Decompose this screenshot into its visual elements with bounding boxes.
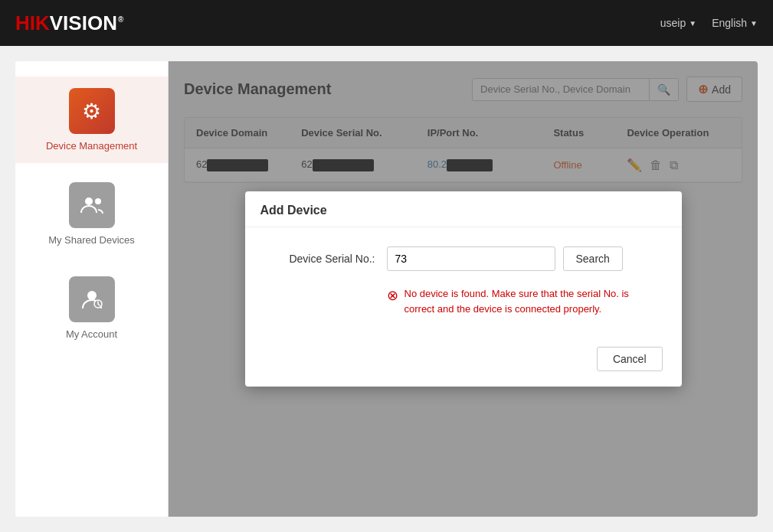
user-menu[interactable]: useip ▼ [660, 17, 696, 29]
content-wrapper: ⚙ Device Management My Shared Devices [15, 61, 758, 517]
main-container: ⚙ Device Management My Shared Devices [0, 46, 773, 532]
sidebar-label-device-management: Device Management [46, 140, 137, 152]
serial-number-input[interactable] [387, 246, 555, 271]
logo-reg: ® [118, 15, 123, 24]
search-button[interactable]: Search [563, 246, 623, 271]
my-account-icon [69, 276, 115, 322]
sidebar-item-my-account[interactable]: My Account [15, 265, 168, 351]
serial-label: Device Serial No.: [268, 253, 375, 265]
dialog-footer: Cancel [245, 339, 682, 387]
sidebar: ⚙ Device Management My Shared Devices [15, 61, 169, 517]
lang-label: English [712, 17, 747, 29]
logo: HIKVISION® [15, 11, 123, 35]
svg-point-1 [95, 198, 101, 204]
lang-dropdown-arrow: ▼ [750, 19, 758, 28]
sidebar-item-device-management[interactable]: ⚙ Device Management [15, 77, 168, 163]
username-label: useip [660, 17, 686, 29]
form-row-serial: Device Serial No.: Search [268, 246, 659, 271]
svg-point-2 [87, 291, 97, 300]
error-row: ⊗ No device is found. Make sure that the… [268, 282, 659, 316]
logo-hik: HIK [15, 11, 50, 34]
sidebar-label-my-account: My Account [66, 328, 117, 340]
main-content: Device Management 🔍 ⊕ Add Device Domain [169, 61, 758, 517]
logo-vision: VISION [50, 11, 117, 34]
sidebar-item-my-shared-devices[interactable]: My Shared Devices [15, 171, 168, 257]
error-message: No device is found. Make sure that the s… [405, 286, 659, 316]
dialog-header: Add Device [245, 191, 682, 227]
lang-menu[interactable]: English ▼ [712, 17, 758, 29]
cancel-button[interactable]: Cancel [597, 347, 663, 371]
nav-right: useip ▼ English ▼ [660, 17, 758, 29]
user-dropdown-arrow: ▼ [689, 19, 696, 28]
device-management-icon: ⚙ [69, 88, 115, 134]
dialog-title: Add Device [260, 204, 327, 217]
top-nav: HIKVISION® useip ▼ English ▼ [0, 0, 773, 46]
my-shared-devices-icon [69, 182, 115, 228]
add-device-dialog: Add Device Device Serial No.: Search ⊗ [245, 191, 682, 387]
modal-overlay: Add Device Device Serial No.: Search ⊗ [169, 61, 758, 517]
error-icon: ⊗ [387, 287, 398, 304]
form-input-wrap: Search [387, 246, 659, 271]
svg-point-0 [85, 197, 93, 205]
dialog-body: Device Serial No.: Search ⊗ No device is… [245, 227, 682, 339]
sidebar-label-my-shared-devices: My Shared Devices [48, 234, 135, 246]
